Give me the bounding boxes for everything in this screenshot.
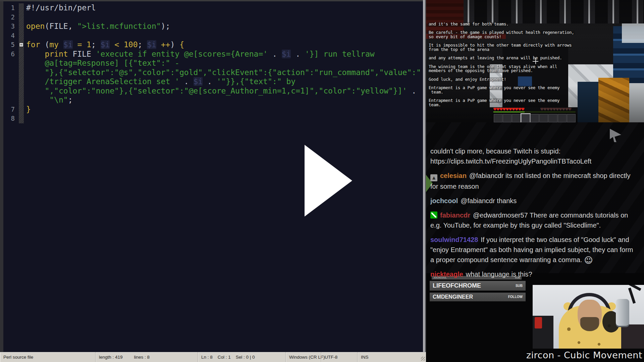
code-token: 1 — [87, 40, 91, 49]
moderator-badge-icon — [430, 212, 437, 219]
code-token: ) — [170, 40, 179, 49]
code-token: } — [26, 105, 31, 114]
code-token: for — [26, 40, 40, 49]
heart-icon: ♥ — [496, 107, 499, 112]
fold-margin — [19, 105, 24, 114]
chat-message-text[interactable]: couldn't clip more, because Twitch is st… — [430, 147, 591, 165]
line-number: 2 — [3, 13, 19, 22]
code-text: "\n"; — [24, 96, 73, 105]
chat-message: fabiancdr@edwardmoser57 There are comman… — [430, 210, 636, 230]
code-token: ">list.mcfunction" — [77, 22, 161, 31]
dark-heart-icon: ♥ — [562, 107, 565, 112]
dark-heart-icon: ♥ — [540, 107, 543, 112]
code-line: 7} — [3, 105, 423, 114]
chat-message: soulwind71428If you interpret the two cl… — [430, 235, 636, 265]
heart-icon: ♥ — [505, 107, 508, 112]
dark-heart-icon: ♥ — [555, 107, 558, 112]
code-token: open — [26, 22, 45, 31]
fold-margin — [19, 59, 24, 68]
code-token: < — [114, 40, 119, 49]
fold-margin — [19, 22, 24, 31]
chat-username[interactable]: nickteagle — [430, 270, 463, 278]
chat-username[interactable]: fabiancdr — [440, 212, 470, 219]
code-token: #!/usr/bin/perl — [26, 3, 96, 12]
heart-icon: ♥ — [518, 107, 521, 112]
code-token: (FILE, — [45, 22, 77, 31]
chat-username[interactable]: soulwind71428 — [430, 236, 478, 243]
fold-margin — [19, 13, 24, 22]
fold-margin — [19, 96, 24, 105]
status-doc-type: Perl source file — [0, 352, 96, 362]
minecraft-chat-line: so every bit of damage counts! — [428, 35, 502, 39]
code-token: 100 — [124, 40, 138, 49]
code-token — [26, 77, 45, 86]
code-line: 1#!/usr/bin/perl — [3, 3, 423, 13]
screen: 1#!/usr/bin/perl23open(FILE, ">list.mcfu… — [0, 0, 644, 362]
chat-message-text: @fabiancdr thanks — [461, 197, 517, 204]
chat-username[interactable]: celesian — [440, 172, 467, 179]
code-token — [68, 50, 73, 58]
code-token — [26, 59, 45, 67]
code-token: . — [179, 77, 194, 86]
minecraft-chat-message: Entrapment is a PvP game where you never… — [428, 86, 609, 94]
code-token: "\n" — [49, 96, 68, 104]
stream-panel: and it's the same for both teams.Be care… — [426, 0, 644, 362]
code-token: FILE — [73, 50, 91, 58]
code-line: 4 — [3, 31, 423, 41]
fold-margin — [19, 3, 24, 13]
minecraft-chat-line: and any attempts at leaving the arena wi… — [428, 56, 562, 60]
hotbar — [493, 113, 576, 122]
code-token — [59, 40, 63, 49]
heart-icon: ♥ — [521, 107, 524, 112]
code-line: ","color":"none"},{"selector":"@e[score_… — [3, 86, 423, 96]
code-token: ); — [161, 22, 170, 31]
code-line: "\n"; — [3, 96, 423, 105]
fold-margin — [19, 50, 24, 59]
hotbar-slot — [503, 114, 512, 122]
code-token: ","color":"none"},{"selector":"@e[score_… — [45, 86, 407, 95]
dark-heart-icon: ♥ — [552, 107, 555, 112]
minecraft-chat-log: and it's the same for both teams.Be care… — [428, 22, 609, 111]
dark-heart-icon: ♥ — [546, 107, 549, 112]
line-number: 7 — [3, 105, 19, 114]
code-token — [26, 96, 49, 104]
play-button[interactable] — [305, 145, 352, 217]
code-text: /trigger ArenaSelection set ' . $i . '"}… — [24, 77, 296, 86]
minecraft-hud: ♥♥♥♥♥♥♥♥♥♥ ♥♥♥♥♥♥♥♥♥♥ — [493, 106, 577, 122]
code-text: } — [24, 105, 31, 114]
code-token: 'execute if entity @e[scores={Arena=' — [96, 50, 268, 58]
code-token — [156, 40, 161, 49]
xp-bar — [493, 111, 576, 113]
line-number: 1 — [3, 3, 19, 13]
fold-margin — [19, 68, 24, 77]
code-text: #!/usr/bin/perl — [24, 3, 96, 13]
fold-margin: − — [19, 40, 24, 50]
code-token — [82, 40, 87, 49]
chat-username[interactable]: jochcool — [430, 197, 458, 204]
code-line: 5−for (my $i = 1; $i < 100; $i ++) { — [3, 40, 423, 50]
code-token: /trigger ArenaSelection set ' — [45, 77, 179, 86]
status-eol-format: Windows (CR LF) — [286, 352, 321, 362]
code-token: . — [203, 77, 217, 86]
line-number: 3 — [3, 22, 19, 31]
minecraft-chat-message: and it's the same for both teams. — [428, 22, 609, 26]
fold-collapse-icon[interactable]: − — [19, 43, 23, 47]
hotbar-slot — [558, 114, 567, 122]
code-token: . — [291, 50, 305, 58]
code-token: = — [77, 40, 82, 49]
minecraft-chat-line: from the top of the arena — [428, 48, 490, 52]
hotbar-slot — [521, 114, 530, 122]
minecraft-chat-line: team. — [428, 103, 441, 107]
streamer-beard — [580, 317, 599, 331]
code-text: open(FILE, ">list.mcfunction"); — [24, 22, 170, 31]
code-token — [26, 86, 45, 95]
minecraft-chat-line: Entrapment is a PvP game where you never… — [428, 86, 560, 90]
code-token: '}] run tellraw — [305, 50, 375, 58]
chat-message: couldn't clip more, because Twitch is st… — [430, 146, 636, 166]
code-token — [91, 50, 96, 58]
hotbar-slot — [494, 114, 502, 122]
alert-bar-follow: CMDENGINEER FOLLOW — [430, 293, 526, 301]
minecraft-chat-message: Good luck, and enjoy Entrapment! — [428, 77, 609, 82]
minecraft-chat-line: Good luck, and enjoy Entrapment! — [428, 77, 507, 82]
hotbar-slot — [512, 114, 521, 122]
